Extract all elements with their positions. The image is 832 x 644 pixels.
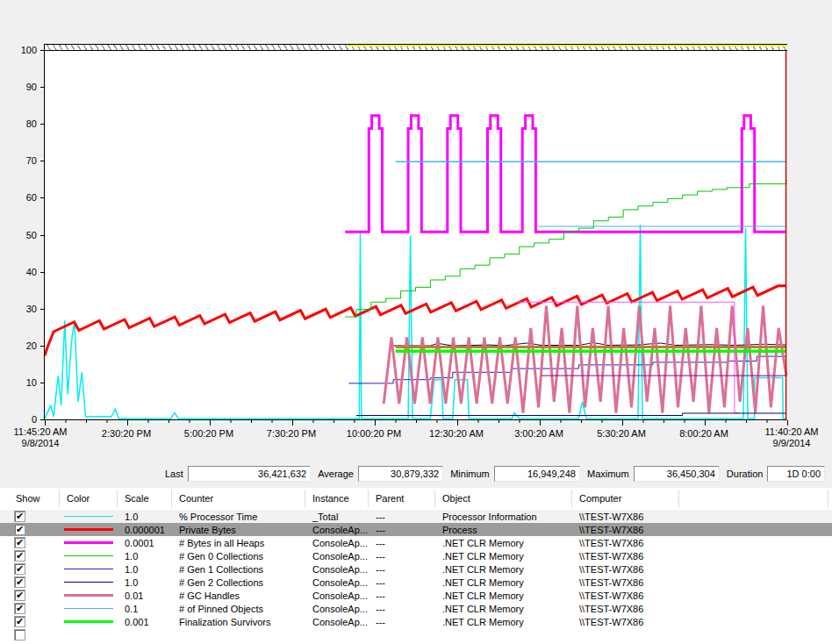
minimum-value: 16,949,248 (494, 466, 580, 482)
legend-row-finalization-survivors[interactable]: ✔0.001Finalization SurvivorsConsoleAp...… (0, 615, 832, 628)
color-swatch (64, 528, 113, 531)
cell-scale: 1.0 (118, 564, 172, 575)
legend-row--processor-time[interactable]: ✔1.0% Processor Time_Total---Processor I… (0, 510, 832, 523)
legend-header-computer[interactable]: Computer (572, 490, 679, 507)
cell-scale: 1.0 (118, 512, 172, 522)
series-unlabeled-navy-low (356, 413, 786, 416)
cell-instance: ConsoleAp... (305, 617, 369, 627)
legend-header-parent[interactable]: Parent (369, 490, 435, 507)
legend-header-scale[interactable]: Scale (118, 490, 172, 507)
cell-object: .NET CLR Memory (435, 577, 572, 588)
legend-rows: ✔1.0% Processor Time_Total---Processor I… (0, 510, 832, 641)
cell-object: .NET CLR Memory (435, 617, 572, 627)
maximum-label: Maximum (580, 469, 634, 479)
time-bar-highlight (348, 45, 787, 47)
legend-row-private-bytes[interactable]: ✔0.000001Private BytesConsoleAp...---Pro… (0, 523, 832, 536)
y-axis-label: 100 (9, 46, 37, 55)
show-checkbox[interactable] (14, 629, 25, 640)
legend-row--gen-1-collections[interactable]: ✔1.0# Gen 1 CollectionsConsoleAp...---.N… (0, 562, 832, 576)
duration-label: Duration (720, 469, 768, 479)
performance-graph: 1009080706050403020100 11:45:20 AM 9/8/2… (0, 0, 832, 465)
cell-parent: --- (369, 551, 435, 562)
legend-row--gen-2-collections[interactable]: ✔1.0# Gen 2 CollectionsConsoleAp...---.N… (0, 576, 832, 589)
average-value: 30,879,332 (358, 466, 443, 482)
maximum-value: 36,450,304 (634, 466, 720, 482)
legend-row--gen-0-collections[interactable]: ✔1.0# Gen 0 CollectionsConsoleAp...---.N… (0, 549, 832, 562)
cell-computer: \\TEST-W7X86 (572, 525, 679, 535)
x-axis-label: 10:00:20 PM (333, 428, 415, 440)
legend-row--of-pinned-objects[interactable]: ✔0.1# of Pinned ObjectsConsoleAp...---.N… (0, 602, 832, 615)
y-axis-label: 70 (9, 156, 37, 166)
color-swatch (64, 516, 113, 517)
cell-scale: 1.0 (118, 577, 172, 588)
legend-header-counter[interactable]: Counter (172, 490, 305, 507)
cell-counter: # Gen 2 Collections (172, 577, 305, 588)
show-checkbox[interactable]: ✔ (14, 616, 25, 627)
show-checkbox[interactable]: ✔ (14, 563, 25, 575)
counter-lines-canvas (45, 51, 788, 426)
cell-object: Processor Information (435, 512, 572, 522)
cell-instance: ConsoleAp... (305, 564, 369, 575)
cell-scale: 0.0001 (118, 538, 172, 548)
show-checkbox[interactable]: ✔ (14, 576, 25, 588)
time-bar (45, 44, 787, 51)
cell-instance: _Total (305, 512, 369, 522)
cell-parent: --- (369, 590, 435, 601)
average-label: Average (311, 469, 358, 479)
color-swatch (64, 594, 113, 597)
cell-counter: # of Pinned Objects (172, 604, 305, 614)
cell-counter: % Processor Time (172, 512, 305, 522)
cell-object: .NET CLR Memory (435, 604, 572, 614)
x-axis-label: 7:30:20 PM (250, 428, 333, 440)
x-axis-label: 2:30:20 PM (85, 428, 168, 440)
y-axis-label: 60 (9, 193, 37, 203)
cell-instance: ConsoleAp... (305, 590, 369, 601)
cell-object: .NET CLR Memory (435, 590, 572, 601)
legend-row--gc-handles[interactable]: ✔0.01# GC HandlesConsoleAp...---.NET CLR… (0, 589, 832, 602)
cell-parent: --- (369, 564, 435, 575)
cell-computer: \\TEST-W7X86 (572, 604, 679, 614)
legend-header-object[interactable]: Object (435, 490, 572, 507)
legend-header-instance[interactable]: Instance (305, 490, 369, 507)
x-axis-label: 8:00:20 AM (663, 428, 745, 440)
cell-parent: --- (369, 577, 435, 588)
cell-counter: # Bytes in all Heaps (172, 538, 305, 548)
cell-parent: --- (369, 538, 435, 548)
y-axis-label: 30 (9, 304, 37, 314)
legend-header-row: ShowColorScaleCounterInstanceParentObjec… (9, 490, 828, 509)
show-checkbox[interactable]: ✔ (14, 524, 25, 535)
legend-row--bytes-in-all-heaps[interactable]: ✔0.0001# Bytes in all HeapsConsoleAp...-… (0, 536, 832, 549)
legend-header-show[interactable]: Show (9, 490, 60, 507)
show-checkbox[interactable]: ✔ (14, 511, 25, 522)
cell-object: .NET CLR Memory (435, 551, 572, 562)
x-axis-label: 5:30:20 AM (580, 428, 663, 440)
cell-instance: ConsoleAp... (305, 604, 369, 614)
cell-parent: --- (369, 512, 435, 522)
y-axis-label: 0 (9, 415, 37, 425)
cell-instance: ConsoleAp... (305, 525, 369, 535)
show-checkbox[interactable]: ✔ (14, 537, 25, 548)
cell-object: .NET CLR Memory (435, 564, 572, 575)
legend-header-color[interactable]: Color (60, 490, 118, 507)
last-value: 36,421,632 (188, 466, 311, 482)
legend-header-filler (679, 490, 828, 507)
color-swatch (64, 608, 113, 609)
show-checkbox[interactable]: ✔ (14, 590, 25, 601)
cell-computer: \\TEST-W7X86 (572, 512, 679, 522)
legend-row-partial[interactable] (0, 628, 832, 641)
duration-value: 1D 0:00 (767, 466, 825, 482)
plot-area (44, 44, 787, 420)
color-swatch (64, 569, 113, 569)
show-checkbox[interactable]: ✔ (14, 603, 25, 614)
cell-instance: ConsoleAp... (305, 551, 369, 562)
x-axis-label: 3:00:20 AM (498, 428, 580, 440)
cell-parent: --- (369, 617, 435, 627)
performance-monitor-window: { "chart": { "y_axis": { "ticks": [100, … (0, 0, 832, 644)
cell-scale: 0.1 (118, 604, 172, 614)
cell-computer: \\TEST-W7X86 (572, 538, 679, 548)
cell-object: .NET CLR Memory (435, 538, 572, 548)
cell-counter: # Gen 0 Collections (172, 551, 305, 562)
series--gc-handles (384, 306, 786, 413)
show-checkbox[interactable]: ✔ (14, 550, 25, 562)
cell-scale: 0.01 (118, 590, 172, 601)
